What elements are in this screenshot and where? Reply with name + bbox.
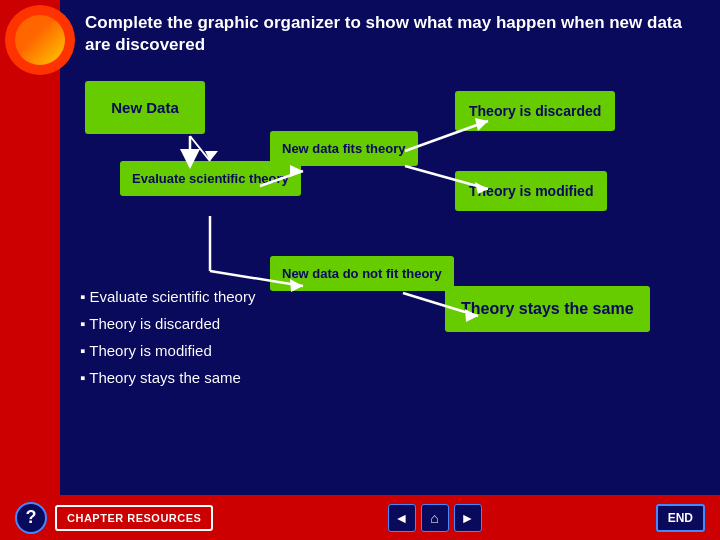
box-theory-discarded: Theory is discarded xyxy=(455,91,615,131)
bullet-item-4: Theory stays the same xyxy=(80,364,255,391)
box-new-data-not-fit: New data do not fit theory xyxy=(270,256,454,291)
bullet-item-3: Theory is modified xyxy=(80,337,255,364)
box-new-data: New Data xyxy=(85,81,205,134)
nav-home-button[interactable]: ⌂ xyxy=(421,504,449,532)
box-theory-stays: Theory stays the same xyxy=(445,286,650,332)
bottom-left-controls: ? CHAPTER RESOURCES xyxy=(15,502,213,534)
bullet-item-1: Evaluate scientific theory xyxy=(80,283,255,310)
box-new-data-fits: New data fits theory xyxy=(270,131,418,166)
diagram-area: New Data Evaluate scientific theory New … xyxy=(75,71,705,391)
page-title: Complete the graphic organizer to show w… xyxy=(85,12,705,56)
nav-next-button[interactable]: ► xyxy=(454,504,482,532)
logo-inner xyxy=(15,15,65,65)
box-evaluate: Evaluate scientific theory xyxy=(120,161,301,196)
end-button[interactable]: END xyxy=(656,504,705,532)
bullet-item-2: Theory is discarded xyxy=(80,310,255,337)
logo xyxy=(5,5,75,75)
svg-marker-1 xyxy=(205,151,218,161)
bottom-bar: ? CHAPTER RESOURCES ◄ ⌂ ► END xyxy=(0,495,720,540)
main-content-area: Complete the graphic organizer to show w… xyxy=(60,0,720,495)
help-button[interactable]: ? xyxy=(15,502,47,534)
chapter-resources-button[interactable]: CHAPTER RESOURCES xyxy=(55,505,213,531)
navigation-controls: ◄ ⌂ ► xyxy=(388,504,482,532)
bullet-list: Evaluate scientific theory Theory is dis… xyxy=(80,283,255,391)
svg-line-0 xyxy=(190,136,210,161)
box-theory-modified: Theory is modified xyxy=(455,171,607,211)
nav-prev-button[interactable]: ◄ xyxy=(388,504,416,532)
